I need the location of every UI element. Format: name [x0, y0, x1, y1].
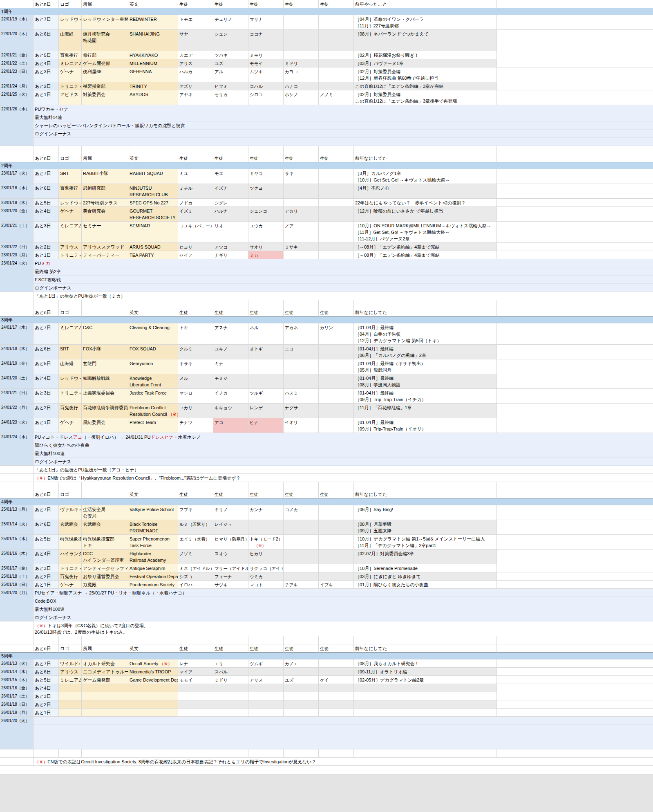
cell-student[interactable]	[319, 636, 354, 644]
cell-filler[interactable]	[497, 564, 653, 572]
cell-affiliation[interactable]: 正義実現委員会	[82, 389, 128, 404]
cell-days[interactable]: あと1日	[34, 418, 59, 433]
cell-student[interactable]: ウミカ	[248, 572, 284, 581]
header-cell-affiliation[interactable]: 所属	[82, 0, 128, 8]
cell-student[interactable]	[248, 749, 284, 758]
note-text-cell[interactable]: （※）トキは3周年（C&C名義）に続いて2度目の登場。26/01/13時点では、…	[34, 621, 653, 636]
header-cell-student[interactable]: 生徒	[319, 644, 354, 653]
cell-student[interactable]	[319, 82, 354, 90]
cell-prev-year[interactable]: ［03月］パヴァーヌ1章	[354, 59, 497, 67]
pickup-line[interactable]: 陽ひらく彼女たちの小夜曲	[34, 441, 653, 449]
cell-student[interactable]: ミチル	[178, 184, 213, 199]
cell-english[interactable]: GOURMETRESEARCH SOCIETY	[128, 207, 178, 222]
cell-logo[interactable]: トリニティ	[59, 564, 82, 572]
cell-affiliation[interactable]	[82, 709, 128, 717]
cell-student[interactable]: サクラコ（アイドル）	[248, 564, 284, 572]
cell-prev-year[interactable]: ［02月］対策委員会編［12月］新春狂想曲 第68番で年越し担当	[354, 67, 497, 82]
cell-student[interactable]	[319, 709, 354, 717]
cell-student[interactable]	[319, 15, 354, 30]
cell-student[interactable]: カンナ	[248, 505, 284, 520]
cell-filler[interactable]	[497, 207, 653, 222]
cell-affiliation[interactable]: 特異現象捜査部トキ	[82, 535, 128, 550]
cell-student[interactable]	[178, 684, 213, 692]
cell-english[interactable]: Genryumon	[128, 359, 178, 374]
cell-student[interactable]	[319, 345, 354, 359]
cell-student[interactable]	[178, 636, 213, 644]
cell-date[interactable]: 25/01/14（火）	[0, 520, 34, 535]
cell-student[interactable]: ツルギ	[248, 389, 284, 404]
cell-prev-year[interactable]: 22年はなにもやってない？ 赤冬イベント×2の復刻？	[354, 199, 497, 207]
cell-prev-year[interactable]: ［4月］不忍ノ心	[354, 184, 497, 199]
cell-student[interactable]: ココナ	[248, 30, 284, 51]
cell-affiliation[interactable]: 227号特別クラス	[82, 199, 128, 207]
cell-english[interactable]: HYAKKIYAKO	[128, 51, 178, 59]
cell-student[interactable]: アスナ	[213, 323, 248, 345]
cell-date[interactable]: 24/01/18（木）	[0, 345, 34, 359]
cell-english[interactable]	[128, 749, 178, 758]
cell-filler[interactable]	[497, 676, 653, 684]
cell-filler[interactable]	[497, 67, 653, 82]
cell-student[interactable]	[284, 709, 319, 717]
cell-logo[interactable]	[59, 482, 82, 490]
cell-date[interactable]: 23/01/20（金）	[0, 207, 34, 222]
cell-student[interactable]: ハナコ	[284, 82, 319, 90]
cell-student[interactable]: ノア	[284, 222, 319, 243]
cell-student[interactable]	[248, 636, 284, 644]
cell-days[interactable]: あと2日	[34, 243, 59, 251]
header-cell-affiliation[interactable]: 所属	[82, 644, 128, 653]
cell-english[interactable]: Occult Society （※）	[128, 659, 178, 668]
cell-date[interactable]: 24/01/22（月）	[0, 404, 34, 418]
cell-student[interactable]	[213, 692, 248, 700]
cell-student[interactable]	[319, 51, 354, 59]
header-cell-prev-year[interactable]: 前年なにしてた	[354, 154, 497, 162]
cell-student[interactable]: ノノミ	[319, 90, 354, 105]
cell-english[interactable]	[128, 692, 178, 700]
cell-student[interactable]	[319, 359, 354, 374]
cell-date[interactable]: 24/01/23（火）	[0, 418, 34, 433]
cell-affiliation[interactable]: 玄龍門	[82, 359, 128, 374]
cell-filler[interactable]	[497, 30, 653, 51]
header-cell-corner[interactable]	[0, 154, 34, 162]
cell-days[interactable]	[34, 636, 59, 644]
cell-english[interactable]: ARIUS SQUAD	[128, 243, 178, 251]
cell-logo[interactable]	[59, 692, 82, 700]
cell-english[interactable]: Valkyrie Police School	[128, 505, 178, 520]
cell-filler[interactable]	[497, 199, 653, 207]
cell-student[interactable]: アツコ	[213, 243, 248, 251]
pickup-line[interactable]: 最大無料100連	[34, 605, 653, 613]
header-cell-days[interactable]: あとn日	[34, 490, 59, 498]
cell-logo[interactable]: ミレニアム	[59, 676, 82, 684]
cell-student[interactable]	[284, 300, 319, 308]
cell-student[interactable]: サヤ	[178, 30, 213, 51]
pickup-line[interactable]: PUセイア・制服アスナ → 25/01/27 PU・リオ・制服ネル（・水着ハナコ…	[34, 589, 653, 597]
cell-affiliation[interactable]: 錬丹術研究会梅花園	[82, 30, 128, 51]
cell-logo[interactable]: 山海経	[59, 359, 82, 374]
cell-student[interactable]: アヤネ	[178, 90, 213, 105]
pickup-line[interactable]: PUマコト・ドレスアコ（・復刻イロハ） → 24/01/31 PUドレスヒナ・水…	[34, 433, 653, 441]
note-text-cell[interactable]: （※）EN版での表記はOccult Investigation Society.…	[34, 758, 653, 766]
cell-student[interactable]: シグレ	[213, 199, 248, 207]
cell-affiliation[interactable]: 万魔殿	[82, 581, 128, 589]
cell-prev-year[interactable]: ［～08月］「エデン条約編」4章まで完結	[354, 251, 497, 259]
cell-student[interactable]: ハルカ	[178, 67, 213, 82]
cell-student[interactable]	[178, 300, 213, 308]
header-cell-student[interactable]: 生徒	[248, 490, 284, 498]
cell-affiliation[interactable]: 知識解放戦線	[82, 374, 128, 389]
cell-affiliation[interactable]	[82, 692, 128, 700]
cell-date[interactable]	[0, 749, 34, 758]
cell-logo[interactable]	[59, 700, 82, 709]
header-cell-student[interactable]: 生徒	[319, 308, 354, 316]
cell-logo[interactable]: アリウス	[59, 668, 82, 676]
cell-english[interactable]	[128, 636, 178, 644]
cell-affiliation[interactable]: FOX小隊	[82, 345, 128, 359]
header-cell-logo[interactable]: ロゴ	[59, 644, 82, 653]
pickup-line[interactable]: Code:BOX	[34, 597, 653, 605]
cell-logo[interactable]: ゲヘナ	[59, 207, 82, 222]
cell-student[interactable]: イズミ	[178, 207, 213, 222]
header-cell-student[interactable]: 生徒	[178, 0, 213, 8]
cell-date[interactable]: 22/01/25（火）	[0, 90, 34, 105]
cell-days[interactable]: あと2日	[34, 82, 59, 90]
cell-student[interactable]: マリー（アイドル）	[213, 564, 248, 572]
cell-student[interactable]: アル	[213, 67, 248, 82]
cell-student[interactable]	[319, 572, 354, 581]
